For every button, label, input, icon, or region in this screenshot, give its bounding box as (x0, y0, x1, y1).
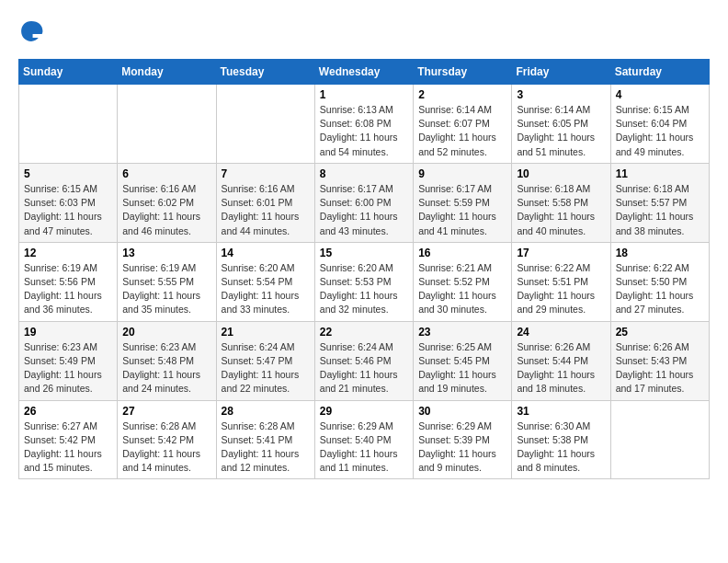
day-number: 31 (517, 405, 605, 418)
calendar-cell: 28Sunrise: 6:28 AM Sunset: 5:41 PM Dayli… (216, 400, 314, 479)
calendar-cell: 29Sunrise: 6:29 AM Sunset: 5:40 PM Dayli… (314, 400, 413, 479)
calendar-cell (19, 85, 118, 164)
day-info: Sunrise: 6:25 AM Sunset: 5:45 PM Dayligh… (418, 340, 506, 396)
calendar-cell: 22Sunrise: 6:24 AM Sunset: 5:46 PM Dayli… (314, 321, 413, 400)
day-number: 27 (122, 405, 210, 418)
day-number: 18 (616, 247, 704, 259)
day-info: Sunrise: 6:15 AM Sunset: 6:03 PM Dayligh… (24, 182, 112, 238)
day-info: Sunrise: 6:14 AM Sunset: 6:07 PM Dayligh… (418, 103, 506, 159)
logo (18, 18, 48, 44)
day-info: Sunrise: 6:28 AM Sunset: 5:41 PM Dayligh… (222, 419, 310, 476)
weekday-header-row: SundayMondayTuesdayWednesdayThursdayFrid… (19, 60, 710, 85)
day-info: Sunrise: 6:29 AM Sunset: 5:40 PM Dayligh… (320, 419, 408, 476)
day-info: Sunrise: 6:29 AM Sunset: 5:39 PM Dayligh… (418, 419, 506, 476)
calendar-cell: 5Sunrise: 6:15 AM Sunset: 6:03 PM Daylig… (19, 163, 118, 242)
day-number: 6 (122, 167, 210, 180)
calendar-cell: 12Sunrise: 6:19 AM Sunset: 5:56 PM Dayli… (19, 242, 118, 321)
day-number: 13 (122, 247, 210, 259)
calendar-cell: 11Sunrise: 6:18 AM Sunset: 5:57 PM Dayli… (610, 163, 709, 242)
day-number: 14 (222, 247, 310, 259)
day-number: 10 (517, 167, 605, 180)
day-info: Sunrise: 6:18 AM Sunset: 5:58 PM Dayligh… (517, 182, 605, 238)
day-number: 29 (320, 405, 408, 418)
calendar-cell: 7Sunrise: 6:16 AM Sunset: 6:01 PM Daylig… (216, 163, 314, 242)
calendar-cell: 3Sunrise: 6:14 AM Sunset: 6:05 PM Daylig… (512, 85, 610, 164)
day-info: Sunrise: 6:16 AM Sunset: 6:01 PM Dayligh… (222, 182, 310, 238)
day-info: Sunrise: 6:21 AM Sunset: 5:52 PM Dayligh… (418, 261, 506, 317)
calendar-week-row: 26Sunrise: 6:27 AM Sunset: 5:42 PM Dayli… (19, 400, 710, 479)
page-header (18, 18, 710, 44)
day-info: Sunrise: 6:26 AM Sunset: 5:43 PM Dayligh… (616, 340, 704, 396)
calendar-cell: 21Sunrise: 6:24 AM Sunset: 5:47 PM Dayli… (216, 321, 314, 400)
day-info: Sunrise: 6:14 AM Sunset: 6:05 PM Dayligh… (517, 103, 605, 159)
day-number: 23 (418, 326, 506, 339)
calendar-cell: 10Sunrise: 6:18 AM Sunset: 5:58 PM Dayli… (512, 163, 610, 242)
logo-icon (18, 18, 44, 44)
calendar-cell: 16Sunrise: 6:21 AM Sunset: 5:52 PM Dayli… (414, 242, 512, 321)
calendar-cell: 18Sunrise: 6:22 AM Sunset: 5:50 PM Dayli… (610, 242, 709, 321)
day-number: 1 (320, 88, 408, 101)
day-number: 24 (517, 326, 605, 339)
day-info: Sunrise: 6:22 AM Sunset: 5:51 PM Dayligh… (517, 261, 605, 317)
day-number: 4 (616, 88, 704, 101)
calendar-cell (216, 85, 314, 164)
calendar-cell: 20Sunrise: 6:23 AM Sunset: 5:48 PM Dayli… (118, 321, 216, 400)
day-info: Sunrise: 6:22 AM Sunset: 5:50 PM Dayligh… (616, 261, 704, 317)
weekday-header: Sunday (19, 60, 118, 85)
day-info: Sunrise: 6:15 AM Sunset: 6:04 PM Dayligh… (616, 103, 704, 159)
day-info: Sunrise: 6:23 AM Sunset: 5:49 PM Dayligh… (24, 340, 112, 396)
day-info: Sunrise: 6:19 AM Sunset: 5:56 PM Dayligh… (24, 261, 112, 317)
calendar-cell (610, 400, 709, 479)
day-number: 8 (320, 167, 408, 180)
day-number: 20 (122, 326, 210, 339)
calendar-cell: 31Sunrise: 6:30 AM Sunset: 5:38 PM Dayli… (512, 400, 610, 479)
calendar-cell: 19Sunrise: 6:23 AM Sunset: 5:49 PM Dayli… (19, 321, 118, 400)
calendar-cell: 9Sunrise: 6:17 AM Sunset: 5:59 PM Daylig… (414, 163, 512, 242)
day-info: Sunrise: 6:27 AM Sunset: 5:42 PM Dayligh… (24, 419, 112, 476)
day-info: Sunrise: 6:13 AM Sunset: 6:08 PM Dayligh… (320, 103, 408, 159)
day-number: 25 (616, 326, 704, 339)
day-info: Sunrise: 6:19 AM Sunset: 5:55 PM Dayligh… (122, 261, 210, 317)
day-info: Sunrise: 6:20 AM Sunset: 5:53 PM Dayligh… (320, 261, 408, 317)
day-info: Sunrise: 6:20 AM Sunset: 5:54 PM Dayligh… (222, 261, 310, 317)
day-number: 16 (418, 247, 506, 259)
weekday-header: Saturday (610, 60, 709, 85)
day-number: 28 (222, 405, 310, 418)
calendar-cell: 26Sunrise: 6:27 AM Sunset: 5:42 PM Dayli… (19, 400, 118, 479)
day-info: Sunrise: 6:16 AM Sunset: 6:02 PM Dayligh… (122, 182, 210, 238)
day-info: Sunrise: 6:24 AM Sunset: 5:46 PM Dayligh… (320, 340, 408, 396)
weekday-header: Friday (512, 60, 610, 85)
calendar-cell: 23Sunrise: 6:25 AM Sunset: 5:45 PM Dayli… (414, 321, 512, 400)
day-number: 22 (320, 326, 408, 339)
calendar-cell: 13Sunrise: 6:19 AM Sunset: 5:55 PM Dayli… (118, 242, 216, 321)
calendar-cell: 27Sunrise: 6:28 AM Sunset: 5:42 PM Dayli… (118, 400, 216, 479)
weekday-header: Monday (118, 60, 216, 85)
weekday-header: Wednesday (314, 60, 413, 85)
calendar-cell: 6Sunrise: 6:16 AM Sunset: 6:02 PM Daylig… (118, 163, 216, 242)
calendar-week-row: 5Sunrise: 6:15 AM Sunset: 6:03 PM Daylig… (19, 163, 710, 242)
day-number: 11 (616, 167, 704, 180)
day-number: 5 (24, 167, 112, 180)
day-info: Sunrise: 6:23 AM Sunset: 5:48 PM Dayligh… (122, 340, 210, 396)
day-number: 7 (222, 167, 310, 180)
calendar-cell: 25Sunrise: 6:26 AM Sunset: 5:43 PM Dayli… (610, 321, 709, 400)
calendar-cell: 14Sunrise: 6:20 AM Sunset: 5:54 PM Dayli… (216, 242, 314, 321)
calendar-cell: 24Sunrise: 6:26 AM Sunset: 5:44 PM Dayli… (512, 321, 610, 400)
weekday-header: Tuesday (216, 60, 314, 85)
day-number: 15 (320, 247, 408, 259)
day-info: Sunrise: 6:28 AM Sunset: 5:42 PM Dayligh… (122, 419, 210, 476)
day-number: 26 (24, 405, 112, 418)
day-info: Sunrise: 6:24 AM Sunset: 5:47 PM Dayligh… (222, 340, 310, 396)
day-number: 9 (418, 167, 506, 180)
day-number: 19 (24, 326, 112, 339)
calendar-cell: 30Sunrise: 6:29 AM Sunset: 5:39 PM Dayli… (414, 400, 512, 479)
calendar-cell: 2Sunrise: 6:14 AM Sunset: 6:07 PM Daylig… (414, 85, 512, 164)
day-number: 21 (222, 326, 310, 339)
day-info: Sunrise: 6:30 AM Sunset: 5:38 PM Dayligh… (517, 419, 605, 476)
day-info: Sunrise: 6:17 AM Sunset: 5:59 PM Dayligh… (418, 182, 506, 238)
calendar-cell: 17Sunrise: 6:22 AM Sunset: 5:51 PM Dayli… (512, 242, 610, 321)
calendar-week-row: 19Sunrise: 6:23 AM Sunset: 5:49 PM Dayli… (19, 321, 710, 400)
day-info: Sunrise: 6:18 AM Sunset: 5:57 PM Dayligh… (616, 182, 704, 238)
day-number: 30 (418, 405, 506, 418)
day-number: 2 (418, 88, 506, 101)
